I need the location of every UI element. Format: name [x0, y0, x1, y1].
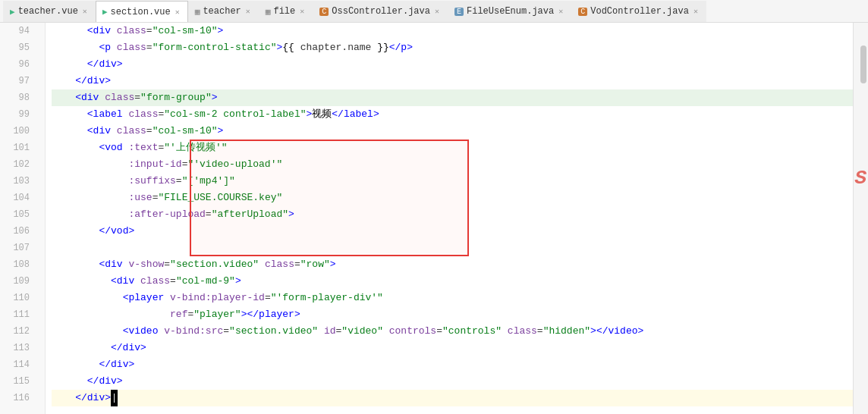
gutter-row: 112 — [0, 323, 45, 340]
code-line-98: <div class="form-group"> — [52, 89, 853, 106]
code-line-109: <div class="col-md-9"> — [52, 273, 853, 290]
fold-icon[interactable] — [33, 177, 40, 185]
code-line-97: </div> — [52, 73, 853, 89]
code-line-108: <div v-show="section.video" class="row"> — [52, 256, 853, 273]
tab-fileuse-enum[interactable]: E FileUseEnum.java ✕ — [448, 1, 571, 22]
gutter-row: 110 — [0, 290, 45, 306]
gutter-row: 103 — [0, 173, 45, 190]
code-line-114: </div> — [52, 356, 853, 373]
tab-teacher[interactable]: ▦ teacher ✕ — [188, 1, 259, 22]
vue-icon: ▶ — [102, 7, 108, 17]
fold-icon[interactable] — [33, 127, 40, 135]
scrollbar-thumb[interactable] — [860, 45, 866, 83]
gutter-row: 116 — [0, 390, 45, 406]
fold-icon[interactable] — [33, 344, 40, 352]
tab-close-button[interactable]: ✕ — [433, 6, 441, 17]
fold-icon[interactable] — [33, 61, 40, 68]
java-e-icon: E — [454, 8, 464, 16]
tab-file[interactable]: ▦ file ✕ — [259, 1, 313, 22]
tab-label: OssController.java — [332, 6, 430, 17]
tab-label: VodController.java — [590, 6, 689, 17]
vue-icon: ▶ — [10, 7, 15, 17]
gutter-row: 111 — [0, 306, 45, 323]
fold-icon[interactable] — [33, 227, 40, 235]
code-line-115: </div> — [52, 373, 853, 390]
fold-icon[interactable] — [33, 44, 40, 52]
tab-oss-controller[interactable]: C OssController.java ✕ — [313, 1, 448, 22]
code-line-104: :use="FILE_USE.COURSE.key" — [52, 190, 853, 206]
code-line-111: ref="player"></player> — [52, 306, 853, 323]
tab-label: teacher — [203, 6, 241, 17]
gutter-row: 106 — [0, 223, 45, 240]
fold-icon[interactable] — [33, 361, 40, 369]
code-line-113: </div> — [52, 340, 853, 356]
code-line-99: <label class="col-sm-2 control-label">视频… — [52, 106, 853, 123]
tab-close-button[interactable]: ✕ — [557, 6, 565, 17]
code-line-94: <div class="col-sm-10"> — [52, 23, 853, 39]
tab-bar: ▶ teacher.vue ✕ ▶ section.vue ✕ ▦ teache… — [0, 0, 868, 23]
code-line-106: </vod> — [52, 223, 853, 240]
tab-close-button[interactable]: ✕ — [81, 6, 89, 17]
fold-icon[interactable] — [33, 278, 40, 285]
code-line-103: :suffixs="['mp4']" — [52, 173, 853, 190]
gutter-row: 102 — [0, 156, 45, 173]
fold-icon[interactable] — [33, 194, 40, 202]
gutter-row: 97 — [0, 73, 45, 89]
fold-icon[interactable] — [33, 394, 40, 402]
line-gutter: 94 95 96 97 98 99 100 101 102 103 104 10… — [0, 23, 46, 414]
gutter-row: 113 — [0, 340, 45, 356]
gutter-row: 108 — [0, 256, 45, 273]
fold-icon[interactable] — [33, 261, 40, 268]
java-c-icon: C — [319, 8, 329, 16]
gutter-row: 115 — [0, 373, 45, 390]
java-c-icon: C — [578, 8, 587, 16]
fold-icon[interactable] — [33, 77, 40, 85]
tab-teacher-vue[interactable]: ▶ teacher.vue ✕ — [3, 1, 96, 22]
code-line-105: :after-upload="afterUpload"> — [52, 206, 853, 223]
tab-section-vue[interactable]: ▶ section.vue ✕ — [96, 1, 188, 22]
tab-close-button[interactable]: ✕ — [244, 6, 252, 17]
tab-label: teacher.vue — [18, 6, 78, 17]
fold-icon[interactable] — [33, 94, 40, 102]
gutter-row: 94 — [0, 23, 45, 39]
fold-icon[interactable] — [33, 294, 40, 302]
gutter-row: 107 — [0, 240, 45, 256]
code-editor[interactable]: <div class="col-sm-10"> <p class="form-c… — [46, 23, 853, 414]
tab-close-button[interactable]: ✕ — [298, 6, 306, 17]
table-icon: ▦ — [195, 7, 200, 17]
fold-icon[interactable] — [33, 244, 40, 252]
tab-close-button[interactable]: ✕ — [174, 7, 181, 17]
fold-icon[interactable] — [33, 311, 40, 318]
gutter-row: 114 — [0, 356, 45, 373]
fold-icon[interactable] — [33, 161, 40, 168]
code-line-96: </div> — [52, 56, 853, 73]
tab-label: section.vue — [111, 7, 171, 17]
fold-icon[interactable] — [33, 211, 40, 218]
fold-icon[interactable] — [33, 144, 40, 152]
fold-icon[interactable] — [33, 378, 40, 385]
gutter-row: 99 — [0, 106, 45, 123]
code-line-101: <vod :text="'上传视频'" — [52, 140, 853, 156]
side-decoration: S — [854, 167, 866, 190]
fold-icon[interactable] — [33, 111, 40, 118]
fold-icon[interactable] — [33, 328, 40, 335]
gutter-row: 96 — [0, 56, 45, 73]
code-line-100: <div class="col-sm-10"> — [52, 123, 853, 140]
tab-vod-controller[interactable]: C VodController.java ✕ — [571, 1, 706, 22]
gutter-row: 105 — [0, 206, 45, 223]
code-line-110: <player v-bind:player-id="'form-player-d… — [52, 290, 853, 306]
tab-label: file — [273, 6, 295, 17]
code-line-95: <p class="form-control-static">{{ chapte… — [52, 39, 853, 56]
gutter-row: 101 — [0, 140, 45, 156]
tab-close-button[interactable]: ✕ — [692, 6, 700, 17]
gutter-row: 104 — [0, 190, 45, 206]
gutter-row: 95 — [0, 39, 45, 56]
table-icon: ▦ — [266, 7, 271, 17]
code-line-116: </div>| — [52, 390, 853, 406]
code-line-107 — [52, 240, 853, 256]
fold-icon[interactable] — [33, 27, 40, 35]
gutter-row: 98 — [0, 89, 45, 106]
gutter-row: 100 — [0, 123, 45, 140]
tab-label: FileUseEnum.java — [467, 6, 554, 17]
code-line-102: :input-id="'video-upload'" — [52, 156, 853, 173]
